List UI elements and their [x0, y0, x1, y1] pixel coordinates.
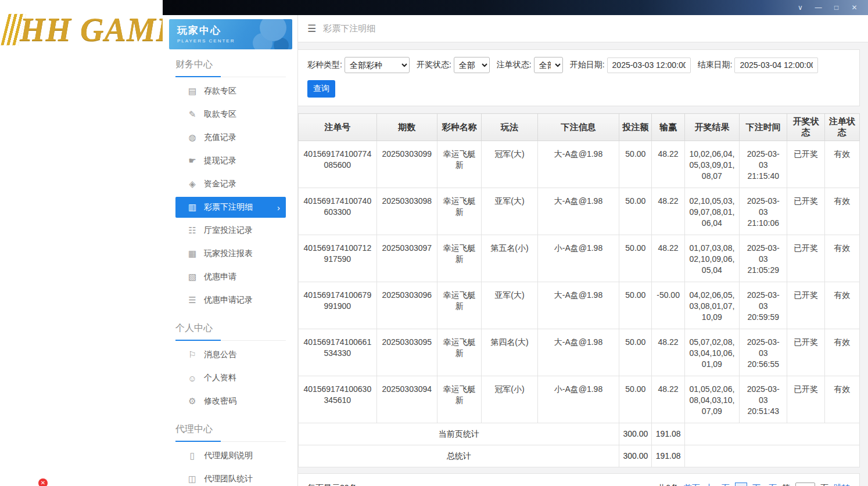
bet-status-select[interactable]: 全部	[534, 57, 563, 73]
bet-time-cell: 2025-03-03 21:10:06	[740, 188, 787, 235]
total-summary-label: 总统计	[299, 445, 619, 467]
page-word-after: 页	[820, 483, 828, 486]
bet-status-cell: 有效	[824, 188, 859, 235]
next-page-link[interactable]: 下一页	[752, 483, 777, 486]
current-page-badge[interactable]: 1	[735, 483, 747, 486]
sidebar-item-label: 优惠申请	[204, 272, 236, 282]
sidebar-item-fund-records[interactable]: ◈ 资金记录	[175, 174, 286, 195]
play-cell: 亚军(大)	[482, 188, 537, 235]
lottery-name-cell: 幸运飞艇新	[437, 235, 481, 282]
sidebar-item-announcements[interactable]: ⚐ 消息公告	[175, 344, 286, 365]
bet-status-label: 注单状态:	[497, 60, 532, 70]
sidebar-item-withdrawal-records[interactable]: ☛ 提现记录	[175, 150, 286, 171]
sidebar-item-player-bet-report[interactable]: ▦ 玩家投注报表	[175, 243, 286, 264]
lottery-type-select[interactable]: 全部彩种	[345, 57, 410, 73]
table-row: 401569174100740603300 20250303098 幸运飞艇新 …	[299, 188, 860, 235]
draw-result-cell: 04,02,06,05,03,08,01,07,10,09	[684, 282, 739, 329]
bets-table: 注单号 期数 彩种名称 玩法 下注信息 投注额 输赢 开奖结果 下注时间 开奖状…	[298, 113, 860, 467]
jump-link[interactable]: 跳转	[834, 483, 850, 486]
sidebar-item-label: 厅室投注记录	[204, 225, 253, 236]
draw-result-cell: 05,07,02,08,03,04,10,06,01,09	[684, 329, 739, 376]
bet-status-cell: 有效	[824, 329, 859, 376]
page-title: 彩票下注明细	[323, 23, 375, 34]
col-bet-status: 注单状态	[824, 114, 859, 141]
sidebar-item-hall-bet-records[interactable]: ☷ 厅室投注记录	[175, 220, 286, 241]
bet-info-cell: 大-A盘@1.98	[537, 141, 619, 188]
table-row: 401569174100774085600 20250303099 幸运飞艇新 …	[299, 141, 860, 188]
promo-apply-icon: ▧	[187, 272, 198, 282]
sidebar-item-label: 充值记录	[204, 132, 236, 143]
total-summary-empty	[684, 445, 859, 467]
win-loss-cell: 48.22	[652, 329, 684, 376]
draw-result-cell: 01,07,03,08,02,10,09,06,05,04	[684, 235, 739, 282]
bet-amount-cell: 50.00	[619, 188, 652, 235]
sidebar-item-withdraw[interactable]: ✎ 取款专区	[175, 104, 286, 125]
page-jump-input[interactable]	[795, 483, 815, 486]
bet-time-cell: 2025-03-03 20:59:59	[740, 282, 787, 329]
sidebar-item-label: 修改密码	[204, 396, 236, 406]
period-cell: 20250303098	[376, 188, 437, 235]
bet-info-cell: 小-A盘@1.98	[537, 235, 619, 282]
sidebar-item-agent-rules[interactable]: ▯ 代理规则说明	[175, 445, 286, 466]
play-cell: 亚军(大)	[482, 282, 537, 329]
prev-page-link[interactable]: 上一页	[705, 483, 730, 486]
play-cell: 冠军(小)	[482, 376, 537, 423]
chevron-down-icon[interactable]: ∨	[791, 0, 809, 15]
play-cell: 第四名(大)	[482, 329, 537, 376]
start-date-input[interactable]	[607, 57, 691, 73]
bet-time-cell: 2025-03-03 21:15:40	[740, 141, 787, 188]
table-row: 401569174100661534330 20250303095 幸运飞艇新 …	[299, 329, 860, 376]
sidebar-item-promo-apply-records[interactable]: ☰ 优惠申请记录	[175, 290, 286, 311]
draw-status-select[interactable]: 全部	[454, 57, 490, 73]
bet-amount-cell: 50.00	[619, 235, 652, 282]
bet-status-cell: 有效	[824, 141, 859, 188]
bets-tbody: 401569174100774085600 20250303099 幸运飞艇新 …	[299, 141, 860, 423]
first-page-link[interactable]: 首页	[684, 483, 700, 486]
per-page-text: 每页显示20条	[307, 483, 357, 486]
sidebar-item-label: 彩票下注明细	[204, 202, 253, 213]
bet-id-cell: 401569174100661534330	[299, 329, 377, 376]
draw-status-cell: 已开奖	[787, 235, 824, 282]
error-close-icon[interactable]: ✕	[38, 478, 48, 486]
bet-time-cell: 2025-03-03 21:05:29	[740, 235, 787, 282]
table-row: 401569174100679991900 20250303096 幸运飞艇新 …	[299, 282, 860, 329]
page-summary-label: 当前页统计	[299, 423, 619, 445]
pagination-bar: 每页显示20条 共6条 首页 上一页 1 下一页 第 页 跳转	[298, 473, 860, 486]
sidebar-item-promo-apply[interactable]: ▧ 优惠申请	[175, 267, 286, 287]
sidebar-item-profile[interactable]: ☺ 个人资料	[175, 368, 286, 388]
total-summary-row: 总统计 300.00 191.08	[299, 445, 860, 467]
total-summary-win-loss: 191.08	[652, 445, 684, 467]
withdraw-icon: ✎	[187, 109, 198, 120]
lottery-name-cell: 幸运飞艇新	[437, 329, 481, 376]
lottery-name-cell: 幸运飞艇新	[437, 188, 481, 235]
col-draw-result: 开奖结果	[684, 114, 739, 141]
hamburger-icon[interactable]: ☰	[307, 23, 316, 35]
withdrawal-records-icon: ☛	[187, 156, 198, 166]
sidebar-item-lottery-bet-details[interactable]: ▥ 彩票下注明细 ›	[175, 197, 286, 218]
sidebar-item-recharge-records[interactable]: ◍ 充值记录	[175, 127, 286, 148]
col-draw-status: 开奖状态	[787, 114, 824, 141]
win-loss-cell: 48.22	[652, 376, 684, 423]
page-summary-win-loss: 191.08	[652, 423, 684, 445]
search-button[interactable]: 查询	[307, 80, 335, 98]
play-cell: 冠军(大)	[482, 141, 537, 188]
col-bet-id: 注单号	[299, 114, 377, 141]
draw-status-cell: 已开奖	[787, 329, 824, 376]
bet-id-cell: 401569174100774085600	[299, 141, 377, 188]
players-center-banner: 玩家中心 PLAYERS CENTER	[169, 19, 292, 49]
player-bet-report-icon: ▦	[187, 249, 198, 259]
end-date-input[interactable]	[734, 57, 818, 73]
sidebar-item-deposit[interactable]: ▤ 存款专区	[175, 81, 286, 102]
close-button[interactable]: ✕	[845, 0, 863, 15]
col-bet-time: 下注时间	[740, 114, 787, 141]
bet-id-cell: 401569174100740603300	[299, 188, 377, 235]
maximize-button[interactable]: □	[827, 0, 845, 15]
section-title-personal: 个人中心	[175, 313, 286, 341]
sidebar-item-agent-team-stats[interactable]: ◫ 代理团队统计	[175, 469, 286, 486]
minimize-button[interactable]: —	[809, 0, 827, 15]
chevron-right-icon: ›	[277, 203, 280, 213]
draw-result-cell: 01,05,02,06,08,04,03,10,07,09	[684, 376, 739, 423]
bet-amount-cell: 50.00	[619, 376, 652, 423]
sidebar-item-change-password[interactable]: ⚙ 修改密码	[175, 391, 286, 412]
total-count-text: 共6条	[658, 483, 679, 486]
